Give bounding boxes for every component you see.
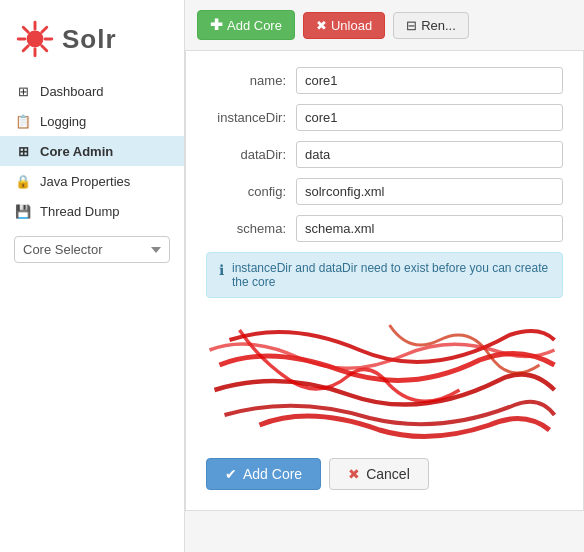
input-config[interactable] xyxy=(296,178,563,205)
form-row-config: config: xyxy=(206,178,563,205)
submit-add-core-button[interactable]: ✔ Add Core xyxy=(206,458,321,490)
sidebar-item-label: Thread Dump xyxy=(40,204,119,219)
plus-icon: ✚ xyxy=(210,16,223,34)
core-admin-icon: ⊞ xyxy=(14,143,32,159)
cancel-button[interactable]: ✖ Cancel xyxy=(329,458,429,490)
logo-area: Solr xyxy=(0,8,184,76)
cancel-label: Cancel xyxy=(366,466,410,482)
label-schema: schema: xyxy=(206,221,296,236)
x-icon-unload: ✖ xyxy=(316,18,327,33)
sidebar-item-label: Core Admin xyxy=(40,144,113,159)
cancel-x-icon: ✖ xyxy=(348,466,360,482)
checkmark-icon: ✔ xyxy=(225,466,237,482)
add-core-button[interactable]: ✚ Add Core xyxy=(197,10,295,40)
sidebar-item-core-admin[interactable]: ⊞ Core Admin xyxy=(0,136,184,166)
sidebar-item-logging[interactable]: 📋 Logging xyxy=(0,106,184,136)
input-name[interactable] xyxy=(296,67,563,94)
dashboard-icon: ⊞ xyxy=(14,83,32,99)
add-core-submit-label: Add Core xyxy=(243,466,302,482)
toolbar: ✚ Add Core ✖ Unload ⊟ Ren... xyxy=(185,0,584,51)
main-content: ✚ Add Core ✖ Unload ⊟ Ren... name: insta… xyxy=(185,0,584,552)
unload-label: Unload xyxy=(331,18,372,33)
form-row-datadir: dataDir: xyxy=(206,141,563,168)
sidebar-item-thread-dump[interactable]: 💾 Thread Dump xyxy=(0,196,184,226)
java-properties-icon: 🔒 xyxy=(14,173,32,189)
svg-line-8 xyxy=(23,46,28,51)
input-schema[interactable] xyxy=(296,215,563,242)
label-name: name: xyxy=(206,73,296,88)
rename-icon: ⊟ xyxy=(406,18,417,33)
input-datadir[interactable] xyxy=(296,141,563,168)
info-box: ℹ instanceDir and dataDir need to exist … xyxy=(206,252,563,298)
label-datadir: dataDir: xyxy=(206,147,296,162)
logging-icon: 📋 xyxy=(14,113,32,129)
svg-line-5 xyxy=(23,27,28,32)
add-core-label: Add Core xyxy=(227,18,282,33)
svg-line-7 xyxy=(42,27,47,32)
label-instancedir: instanceDir: xyxy=(206,110,296,125)
info-text: instanceDir and dataDir need to exist be… xyxy=(232,261,550,289)
form-row-schema: schema: xyxy=(206,215,563,242)
svg-line-6 xyxy=(42,46,47,51)
solr-logo-icon xyxy=(14,18,56,60)
label-config: config: xyxy=(206,184,296,199)
unload-button[interactable]: ✖ Unload xyxy=(303,12,385,39)
rename-button[interactable]: ⊟ Ren... xyxy=(393,12,469,39)
scribble-svg xyxy=(206,310,563,440)
sidebar-item-label: Dashboard xyxy=(40,84,104,99)
rename-label: Ren... xyxy=(421,18,456,33)
form-row-instancedir: instanceDir: xyxy=(206,104,563,131)
core-selector-wrapper: Core Selector xyxy=(0,226,184,273)
input-instancedir[interactable] xyxy=(296,104,563,131)
thread-dump-icon: 💾 xyxy=(14,203,32,219)
sidebar-item-dashboard[interactable]: ⊞ Dashboard xyxy=(0,76,184,106)
info-icon: ℹ xyxy=(219,262,224,278)
core-selector[interactable]: Core Selector xyxy=(14,236,170,263)
app-title: Solr xyxy=(62,24,117,55)
action-buttons: ✔ Add Core ✖ Cancel xyxy=(206,448,563,494)
sidebar-item-java-properties[interactable]: 🔒 Java Properties xyxy=(0,166,184,196)
sidebar-item-label: Logging xyxy=(40,114,86,129)
sidebar: Solr ⊞ Dashboard 📋 Logging ⊞ Core Admin … xyxy=(0,0,185,552)
form-row-name: name: xyxy=(206,67,563,94)
form-panel: name: instanceDir: dataDir: config: sche… xyxy=(185,51,584,511)
scribble-overlay xyxy=(206,310,563,440)
sidebar-item-label: Java Properties xyxy=(40,174,130,189)
